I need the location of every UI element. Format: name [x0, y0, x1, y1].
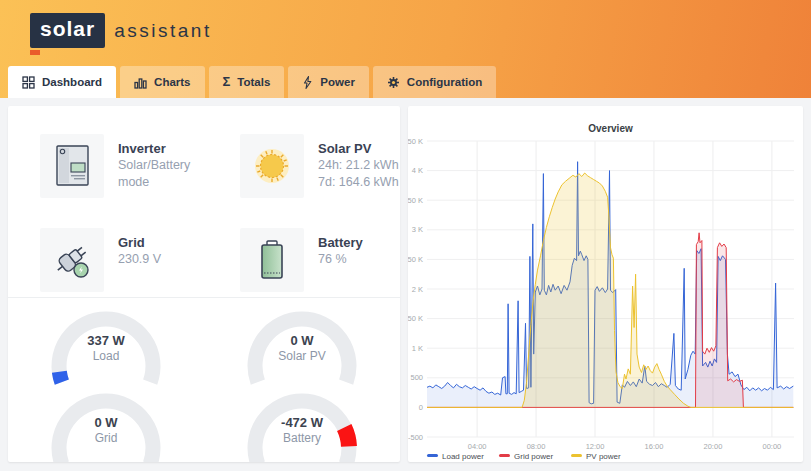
- solar-pv-gauge: 0 W Solar PV: [204, 302, 400, 390]
- load-gauge-text: 337 W Load: [8, 334, 204, 364]
- lightning-icon: [302, 76, 313, 89]
- battery-gauge-text: -472 W Battery: [204, 416, 400, 446]
- card-line: 230.9 V: [118, 251, 161, 268]
- inverter-card: Inverter Solar/Battery mode: [40, 134, 240, 198]
- legend-item-pv-power[interactable]: PV power: [571, 452, 621, 461]
- gauge-value: 0 W: [8, 416, 204, 430]
- tab-dashboard[interactable]: Dashboard: [8, 66, 116, 98]
- gauge-label: Solar PV: [204, 348, 400, 364]
- x-tick-label: 04:00: [468, 442, 487, 451]
- tab-label: Configuration: [407, 76, 482, 88]
- status-panel: Inverter Solar/Battery mode: [8, 106, 400, 462]
- tab-label: Charts: [154, 76, 190, 88]
- solar-pv-card: Solar PV 24h: 21.2 kWh 7d: 164.6 kWh: [240, 134, 400, 198]
- battery-card-text: Battery 76 %: [318, 228, 363, 292]
- battery-gauge: -472 W Battery: [204, 384, 400, 462]
- logo-secondary: assistant: [114, 20, 211, 42]
- y-tick-label: 2.50 K: [408, 255, 423, 264]
- legend-item-grid-power[interactable]: Grid power: [499, 452, 553, 461]
- app-header: solar assistant Dashboard Charts Σ Total…: [0, 0, 811, 98]
- x-tick-label: 16:00: [645, 442, 664, 451]
- y-tick-label: 1.50 K: [408, 314, 423, 323]
- bar-chart-icon: [134, 76, 147, 89]
- logo-primary: solar: [30, 13, 105, 48]
- gear-icon: [387, 76, 400, 89]
- panel-divider: [8, 297, 400, 298]
- card-title: Solar PV: [318, 140, 399, 157]
- plug-icon: [40, 228, 104, 292]
- solar-pv-gauge-text: 0 W Solar PV: [204, 334, 400, 364]
- inverter-icon: [40, 134, 104, 198]
- gauge-label: Battery: [204, 430, 400, 446]
- gauges-grid: 337 W Load 0 W Solar PV 0 W Grid -472 W …: [8, 302, 400, 462]
- legend-label: Load power: [442, 452, 484, 461]
- x-tick-label: 08:00: [527, 442, 546, 451]
- legend-label: PV power: [586, 452, 621, 461]
- y-tick-label: 0: [419, 403, 423, 412]
- y-tick-label: 500: [410, 373, 423, 382]
- tab-configuration[interactable]: Configuration: [373, 66, 496, 98]
- gauge-label: Load: [8, 348, 204, 364]
- card-title: Inverter: [118, 140, 190, 157]
- tab-label: Totals: [237, 76, 270, 88]
- gauge-label: Grid: [8, 430, 204, 446]
- card-line: mode: [118, 174, 190, 191]
- chart-title: Overview: [588, 123, 633, 134]
- y-tick-label: 3 K: [412, 225, 423, 234]
- grid-card-text: Grid 230.9 V: [118, 228, 161, 292]
- legend-swatch: [427, 454, 438, 457]
- y-tick-label: 1 K: [412, 344, 423, 353]
- app-logo: solar assistant: [30, 13, 212, 48]
- x-tick-label: 12:00: [586, 442, 605, 451]
- tab-power[interactable]: Power: [288, 66, 369, 98]
- card-title: Grid: [118, 234, 161, 251]
- tab-totals[interactable]: Σ Totals: [209, 66, 285, 98]
- legend-swatch: [499, 454, 510, 457]
- card-line: 24h: 21.2 kWh: [318, 157, 399, 174]
- gauge-value: 337 W: [8, 334, 204, 348]
- inverter-card-text: Inverter Solar/Battery mode: [118, 134, 190, 198]
- legend-label: Grid power: [514, 452, 553, 461]
- grid-gauge-text: 0 W Grid: [8, 416, 204, 446]
- overview-chart-panel[interactable]: 04:0008:0012:0016:0020:0000:00-50005001 …: [408, 106, 803, 462]
- y-tick-label: 4 K: [412, 166, 423, 175]
- solar-pv-card-text: Solar PV 24h: 21.2 kWh 7d: 164.6 kWh: [318, 134, 399, 198]
- x-tick-label: 00:00: [763, 442, 782, 451]
- battery-icon: [240, 228, 304, 292]
- main-nav-tabs: Dashboard Charts Σ Totals Power: [8, 66, 496, 98]
- y-tick-label: 2 K: [412, 285, 423, 294]
- tab-label: Dashboard: [42, 76, 102, 88]
- tab-charts[interactable]: Charts: [120, 66, 204, 98]
- card-line: Solar/Battery: [118, 157, 190, 174]
- overview-chart[interactable]: 04:0008:0012:0016:0020:0000:00-50005001 …: [408, 106, 803, 462]
- y-tick-label: -500: [408, 433, 423, 442]
- legend-item-load-power[interactable]: Load power: [427, 452, 484, 461]
- sigma-icon: Σ: [223, 76, 231, 88]
- grid-gauge: 0 W Grid: [8, 384, 204, 462]
- load-gauge: 337 W Load: [8, 302, 204, 390]
- card-line: 76 %: [318, 251, 363, 268]
- y-tick-label: 3.50 K: [408, 196, 423, 205]
- logo-accent-mark: [30, 50, 40, 55]
- battery-card: Battery 76 %: [240, 228, 400, 292]
- gauge-value-segment: [59, 372, 61, 382]
- y-tick-label: 4.50 K: [408, 137, 423, 146]
- tab-label: Power: [320, 76, 355, 88]
- gauge-value: -472 W: [204, 416, 400, 430]
- card-title: Battery: [318, 234, 363, 251]
- x-tick-label: 20:00: [704, 442, 723, 451]
- sun-icon: [240, 134, 304, 198]
- status-cards-grid: Inverter Solar/Battery mode: [40, 134, 400, 292]
- legend-swatch: [571, 454, 582, 457]
- card-line: 7d: 164.6 kWh: [318, 174, 399, 191]
- grid-card: Grid 230.9 V: [40, 228, 240, 292]
- dashboard-grid-icon: [22, 76, 35, 89]
- gauge-value: 0 W: [204, 334, 400, 348]
